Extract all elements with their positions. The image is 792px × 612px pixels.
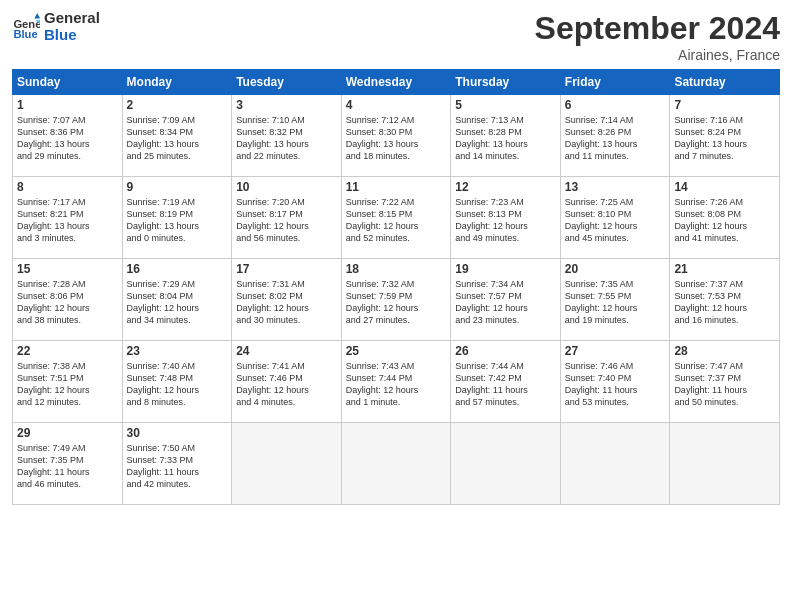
cell-27: 27 Sunrise: 7:46 AMSunset: 7:40 PMDaylig… (560, 341, 670, 423)
cell-25: 25 Sunrise: 7:43 AMSunset: 7:44 PMDaylig… (341, 341, 451, 423)
cell-1: 1 Sunrise: 7:07 AMSunset: 8:36 PMDayligh… (13, 95, 123, 177)
cell-empty-2 (341, 423, 451, 505)
cell-16: 16 Sunrise: 7:29 AMSunset: 8:04 PMDaylig… (122, 259, 232, 341)
cell-empty-3 (451, 423, 561, 505)
logo-text-general: General (44, 10, 100, 27)
th-thursday: Thursday (451, 70, 561, 95)
cell-10: 10 Sunrise: 7:20 AMSunset: 8:17 PMDaylig… (232, 177, 342, 259)
cell-5: 5 Sunrise: 7:13 AMSunset: 8:28 PMDayligh… (451, 95, 561, 177)
cell-14: 14 Sunrise: 7:26 AMSunset: 8:08 PMDaylig… (670, 177, 780, 259)
cell-9: 9 Sunrise: 7:19 AMSunset: 8:19 PMDayligh… (122, 177, 232, 259)
cell-20: 20 Sunrise: 7:35 AMSunset: 7:55 PMDaylig… (560, 259, 670, 341)
calendar-header-row: Sunday Monday Tuesday Wednesday Thursday… (13, 70, 780, 95)
cell-26: 26 Sunrise: 7:44 AMSunset: 7:42 PMDaylig… (451, 341, 561, 423)
logo: General Blue General Blue (12, 10, 100, 43)
logo-text-blue: Blue (44, 27, 100, 44)
cell-empty-4 (560, 423, 670, 505)
cell-empty-5 (670, 423, 780, 505)
location: Airaines, France (535, 47, 780, 63)
cell-7: 7 Sunrise: 7:16 AMSunset: 8:24 PMDayligh… (670, 95, 780, 177)
cell-11: 11 Sunrise: 7:22 AMSunset: 8:15 PMDaylig… (341, 177, 451, 259)
cell-6: 6 Sunrise: 7:14 AMSunset: 8:26 PMDayligh… (560, 95, 670, 177)
cell-23: 23 Sunrise: 7:40 AMSunset: 7:48 PMDaylig… (122, 341, 232, 423)
cell-29: 29 Sunrise: 7:49 AMSunset: 7:35 PMDaylig… (13, 423, 123, 505)
table-row: 8 Sunrise: 7:17 AMSunset: 8:21 PMDayligh… (13, 177, 780, 259)
cell-19: 19 Sunrise: 7:34 AMSunset: 7:57 PMDaylig… (451, 259, 561, 341)
table-row: 22 Sunrise: 7:38 AMSunset: 7:51 PMDaylig… (13, 341, 780, 423)
cell-8: 8 Sunrise: 7:17 AMSunset: 8:21 PMDayligh… (13, 177, 123, 259)
svg-marker-2 (34, 13, 40, 19)
cell-28: 28 Sunrise: 7:47 AMSunset: 7:37 PMDaylig… (670, 341, 780, 423)
cell-3: 3 Sunrise: 7:10 AMSunset: 8:32 PMDayligh… (232, 95, 342, 177)
cell-12: 12 Sunrise: 7:23 AMSunset: 8:13 PMDaylig… (451, 177, 561, 259)
svg-text:Blue: Blue (13, 28, 37, 40)
cell-17: 17 Sunrise: 7:31 AMSunset: 8:02 PMDaylig… (232, 259, 342, 341)
table-row: 29 Sunrise: 7:49 AMSunset: 7:35 PMDaylig… (13, 423, 780, 505)
cell-4: 4 Sunrise: 7:12 AMSunset: 8:30 PMDayligh… (341, 95, 451, 177)
cell-21: 21 Sunrise: 7:37 AMSunset: 7:53 PMDaylig… (670, 259, 780, 341)
title-block: September 2024 Airaines, France (535, 10, 780, 63)
table-row: 15 Sunrise: 7:28 AMSunset: 8:06 PMDaylig… (13, 259, 780, 341)
cell-30: 30 Sunrise: 7:50 AMSunset: 7:33 PMDaylig… (122, 423, 232, 505)
logo-icon: General Blue (12, 13, 40, 41)
month-title: September 2024 (535, 10, 780, 47)
calendar-container: General Blue General Blue September 2024… (0, 0, 792, 513)
cell-15: 15 Sunrise: 7:28 AMSunset: 8:06 PMDaylig… (13, 259, 123, 341)
calendar-table: Sunday Monday Tuesday Wednesday Thursday… (12, 69, 780, 505)
cell-22: 22 Sunrise: 7:38 AMSunset: 7:51 PMDaylig… (13, 341, 123, 423)
cell-empty-1 (232, 423, 342, 505)
cell-24: 24 Sunrise: 7:41 AMSunset: 7:46 PMDaylig… (232, 341, 342, 423)
cell-2: 2 Sunrise: 7:09 AMSunset: 8:34 PMDayligh… (122, 95, 232, 177)
calendar-header: General Blue General Blue September 2024… (12, 10, 780, 63)
cell-13: 13 Sunrise: 7:25 AMSunset: 8:10 PMDaylig… (560, 177, 670, 259)
table-row: 1 Sunrise: 7:07 AMSunset: 8:36 PMDayligh… (13, 95, 780, 177)
th-saturday: Saturday (670, 70, 780, 95)
th-friday: Friday (560, 70, 670, 95)
cell-18: 18 Sunrise: 7:32 AMSunset: 7:59 PMDaylig… (341, 259, 451, 341)
th-monday: Monday (122, 70, 232, 95)
th-wednesday: Wednesday (341, 70, 451, 95)
th-sunday: Sunday (13, 70, 123, 95)
th-tuesday: Tuesday (232, 70, 342, 95)
